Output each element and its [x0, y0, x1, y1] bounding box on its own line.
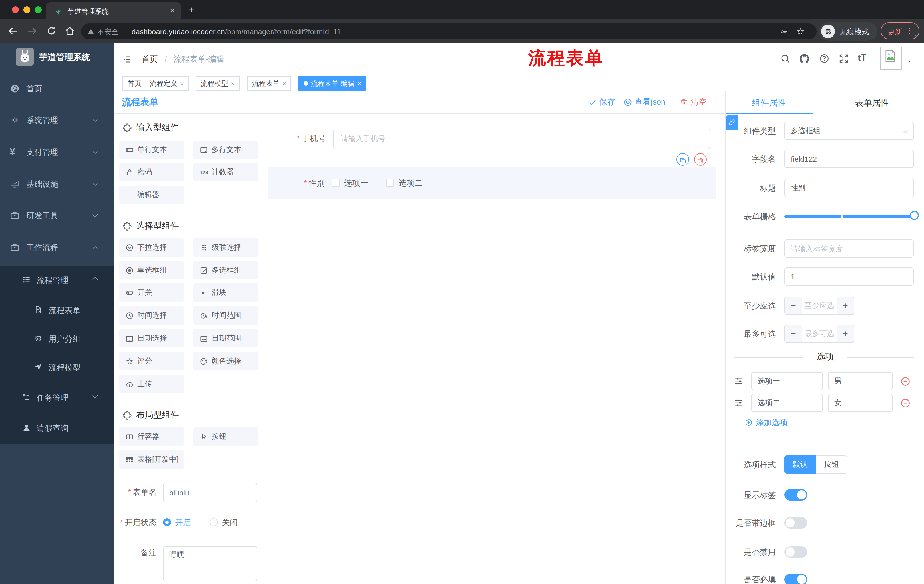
title-input[interactable]	[784, 179, 914, 197]
window-zoom-button[interactable]	[35, 6, 42, 13]
font-size-icon[interactable]: tT	[858, 53, 866, 63]
component-date-range[interactable]: 日期范围	[193, 329, 259, 347]
tag-process-model[interactable]: 流程模型×	[196, 76, 240, 91]
tag-process-definition[interactable]: 流程定义×	[145, 76, 189, 91]
style-button-button[interactable]: 按钮	[816, 456, 847, 474]
tag-process-form-edit[interactable]: 流程表单-编辑×	[299, 76, 366, 91]
tag-process-form[interactable]: 流程表单×	[247, 76, 291, 91]
sidebar-item-workflow[interactable]: 工作流程	[0, 232, 114, 263]
status-radio-on[interactable]: 开启	[163, 517, 191, 528]
add-option-button[interactable]: 添加选项	[744, 418, 788, 428]
save-button[interactable]: 保存	[588, 97, 615, 107]
window-minimize-button[interactable]	[23, 6, 30, 13]
option-label-input[interactable]	[751, 372, 823, 390]
type-select[interactable]: 多选框组	[784, 122, 914, 140]
option-value-input[interactable]	[828, 394, 893, 412]
component-switch[interactable]: 开关	[119, 283, 184, 302]
grid-slider[interactable]	[784, 207, 914, 226]
fullscreen-icon[interactable]	[838, 53, 849, 64]
avatar[interactable]	[880, 47, 902, 70]
sidebar-item-payment[interactable]: ¥ 支付管理	[0, 136, 114, 168]
tab-close-icon[interactable]: ×	[170, 6, 174, 15]
home-icon[interactable]	[64, 25, 76, 36]
gender-checkbox-option2[interactable]: 选项二	[386, 178, 440, 189]
reload-icon[interactable]	[46, 25, 57, 36]
breadcrumb-home[interactable]: 首页	[142, 54, 158, 63]
search-icon[interactable]	[780, 53, 791, 64]
sidebar-item-user-group[interactable]: 用户分组	[0, 324, 114, 353]
sidebar-item-devtools[interactable]: 研发工具	[0, 199, 114, 232]
question-icon[interactable]	[819, 53, 830, 64]
status-radio-off[interactable]: 关闭	[210, 517, 238, 528]
address-bar[interactable]: 不安全 dashboard.yudao.iocoder.cn/bpm/manag…	[81, 23, 817, 39]
component-rate[interactable]: 评分	[119, 352, 184, 370]
back-icon[interactable]	[7, 25, 19, 37]
forward-icon[interactable]	[26, 25, 38, 37]
component-cascader[interactable]: 级联选择	[193, 238, 259, 257]
avatar-caret-icon[interactable]	[906, 58, 913, 65]
component-button[interactable]: 按钮	[193, 428, 259, 446]
phone-input[interactable]: 请输入手机号	[333, 128, 710, 149]
stepper-plus-button[interactable]: +	[837, 325, 854, 342]
remove-option-icon[interactable]	[900, 376, 911, 387]
component-time-picker[interactable]: 时间选择	[119, 306, 184, 324]
tag-close-icon[interactable]: ×	[282, 80, 286, 87]
component-editor[interactable]: 编辑器	[119, 186, 184, 204]
sidebar-collapse-icon[interactable]	[122, 54, 132, 64]
tag-home[interactable]: 首页	[122, 76, 146, 91]
option-label-input[interactable]	[751, 394, 823, 412]
border-switch[interactable]	[784, 517, 807, 528]
form-name-input[interactable]	[163, 483, 257, 502]
view-json-button[interactable]: 查看json	[623, 97, 665, 107]
component-upload[interactable]: 上传	[119, 375, 184, 393]
component-date-picker[interactable]: 日期选择	[119, 329, 184, 347]
tag-close-icon[interactable]: ×	[180, 80, 184, 87]
required-switch[interactable]	[784, 574, 807, 584]
sidebar-item-infra[interactable]: 基础设施	[0, 168, 114, 200]
new-tab-button[interactable]: +	[189, 5, 195, 16]
label-width-input[interactable]	[784, 239, 914, 258]
component-select[interactable]: 下拉选择	[119, 238, 184, 257]
browser-tab[interactable]: 芋道管理系统 ×	[46, 2, 181, 20]
component-table[interactable]: 表格[开发中]	[119, 450, 184, 469]
field-name-input[interactable]	[784, 150, 914, 168]
clear-button[interactable]: 清空	[679, 97, 707, 107]
stepper-plus-button[interactable]: +	[837, 297, 854, 314]
tab-form-props[interactable]: 表单属性	[828, 91, 916, 114]
sidebar-item-system[interactable]: 系统管理	[0, 104, 114, 136]
component-password[interactable]: 密码	[119, 163, 184, 181]
style-default-button[interactable]: 默认	[784, 456, 816, 474]
sidebar-logo[interactable]: 芋道管理系统	[0, 48, 114, 71]
remove-option-icon[interactable]	[900, 398, 911, 409]
tab-component-props[interactable]: 组件属性	[726, 91, 812, 114]
slider-track[interactable]	[784, 215, 914, 218]
bookmark-star-icon[interactable]	[796, 27, 805, 36]
stepper-minus-button[interactable]: −	[785, 325, 802, 342]
default-value-input[interactable]	[784, 267, 914, 286]
component-color-picker[interactable]: 颜色选择	[193, 352, 259, 370]
sidebar-item-process-form[interactable]: 流程表单	[0, 296, 114, 324]
component-counter[interactable]: 123计数器	[193, 163, 259, 181]
browser-menu-icon[interactable]: ⋮	[906, 26, 913, 35]
window-chevron-icon[interactable]	[912, 32, 921, 40]
copy-field-button[interactable]	[676, 153, 689, 166]
component-row-container[interactable]: 行容器	[119, 428, 184, 446]
key-icon[interactable]	[779, 28, 788, 36]
component-time-range[interactable]: 时间范围	[193, 306, 259, 324]
component-checkbox-group[interactable]: 多选框组	[193, 261, 259, 280]
max-select-placeholder[interactable]: 最多可选	[802, 325, 837, 342]
stepper-minus-button[interactable]: −	[785, 297, 802, 314]
url-text[interactable]: dashboard.yudao.iocoder.cn/bpm/manager/f…	[132, 27, 341, 36]
selected-field-gender[interactable]: *性别 选项一 选项二	[268, 167, 716, 199]
component-single-text[interactable]: 单行文本	[119, 141, 184, 159]
drag-handle-icon[interactable]	[734, 398, 744, 408]
sidebar-item-home[interactable]: 首页	[0, 72, 114, 105]
option-value-input[interactable]	[828, 372, 893, 390]
sidebar-item-process-manage[interactable]: 流程管理	[0, 266, 114, 294]
sidebar-item-process-model[interactable]: 流程模型	[0, 353, 114, 382]
slider-handle[interactable]	[910, 211, 919, 220]
delete-field-button[interactable]	[694, 153, 707, 166]
window-close-button[interactable]	[12, 6, 19, 13]
show-label-switch[interactable]	[784, 489, 807, 500]
min-select-placeholder[interactable]: 至少应选	[802, 297, 837, 314]
